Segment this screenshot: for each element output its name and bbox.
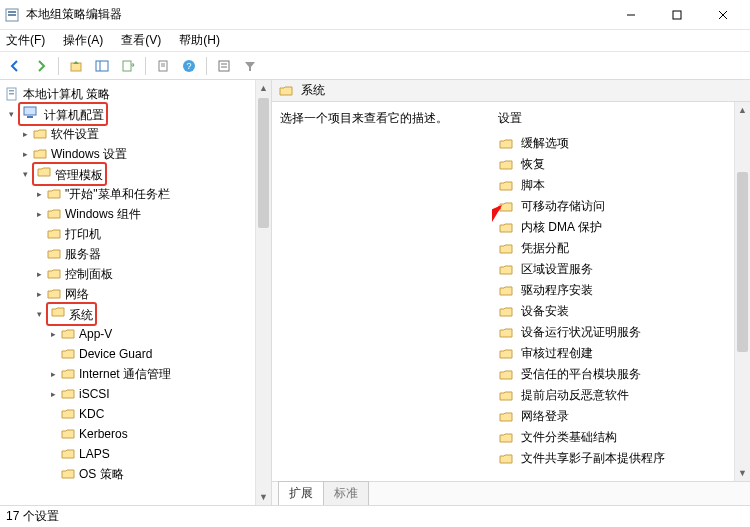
list-item[interactable]: 区域设置服务 xyxy=(492,259,750,280)
settings-list[interactable]: 设置 缓解选项恢复脚本可移动存储访问内核 DMA 保护凭据分配区域设置服务驱动程… xyxy=(492,102,750,481)
expand-icon[interactable]: ▸ xyxy=(32,189,46,199)
tree-label: LAPS xyxy=(79,447,110,461)
scroll-up-icon[interactable]: ▲ xyxy=(735,102,750,118)
export-button[interactable] xyxy=(117,55,139,77)
computer-icon xyxy=(22,104,38,120)
folder-icon xyxy=(60,446,76,462)
maximize-button[interactable] xyxy=(654,0,700,30)
tree-windows-components[interactable]: ▸Windows 组件 xyxy=(4,204,271,224)
expand-icon[interactable]: ▸ xyxy=(32,209,46,219)
scroll-thumb[interactable] xyxy=(258,98,269,228)
collapse-icon[interactable]: ▾ xyxy=(4,109,18,119)
tab-extended[interactable]: 扩展 xyxy=(278,481,324,505)
list-item[interactable]: 内核 DMA 保护 xyxy=(492,217,750,238)
list-item[interactable]: 驱动程序安装 xyxy=(492,280,750,301)
tree-scrollbar[interactable]: ▲ ▼ xyxy=(255,80,271,505)
folder-open-icon xyxy=(50,304,66,320)
toolbar: ? xyxy=(0,52,750,80)
menu-file[interactable]: 文件(F) xyxy=(4,31,47,50)
menu-bar: 文件(F) 操作(A) 查看(V) 帮助(H) xyxy=(0,30,750,52)
tree-label: "开始"菜单和任务栏 xyxy=(65,186,170,203)
tree-kerberos[interactable]: Kerberos xyxy=(4,424,271,444)
tree-app-v[interactable]: ▸App-V xyxy=(4,324,271,344)
list-item[interactable]: 设备安装 xyxy=(492,301,750,322)
tree-windows-settings[interactable]: ▸Windows 设置 xyxy=(4,144,271,164)
list-item-label: 提前启动反恶意软件 xyxy=(521,387,629,404)
scroll-up-icon[interactable]: ▲ xyxy=(256,80,271,96)
tree-os-policy[interactable]: OS 策略 xyxy=(4,464,271,484)
collapse-icon[interactable]: ▾ xyxy=(18,169,32,179)
content-title: 系统 xyxy=(301,82,325,99)
tree-pane[interactable]: 本地计算机 策略 ▾ 计算机配置 xyxy=(0,80,272,505)
up-button[interactable] xyxy=(65,55,87,77)
folder-icon xyxy=(498,220,514,236)
tree-kdc[interactable]: KDC xyxy=(4,404,271,424)
minimize-button[interactable] xyxy=(608,0,654,30)
list-scrollbar[interactable]: ▲ ▼ xyxy=(734,102,750,481)
scroll-down-icon[interactable]: ▼ xyxy=(256,489,271,505)
tree-system[interactable]: ▾系统 xyxy=(4,304,271,324)
filter-options-button[interactable] xyxy=(213,55,235,77)
tree-server[interactable]: 服务器 xyxy=(4,244,271,264)
list-item[interactable]: 受信任的平台模块服务 xyxy=(492,364,750,385)
list-item[interactable]: 凭据分配 xyxy=(492,238,750,259)
expand-icon[interactable]: ▸ xyxy=(32,289,46,299)
tree-start-taskbar[interactable]: ▸"开始"菜单和任务栏 xyxy=(4,184,271,204)
tab-standard[interactable]: 标准 xyxy=(323,481,369,505)
tree-label: Device Guard xyxy=(79,347,152,361)
folder-icon xyxy=(46,286,62,302)
tree-network[interactable]: ▸网络 xyxy=(4,284,271,304)
show-hide-tree-button[interactable] xyxy=(91,55,113,77)
list-item[interactable]: 文件分类基础结构 xyxy=(492,427,750,448)
main-split: 本地计算机 策略 ▾ 计算机配置 xyxy=(0,80,750,505)
forward-button[interactable] xyxy=(30,55,52,77)
app-icon xyxy=(4,7,20,23)
policy-tree[interactable]: 本地计算机 策略 ▾ 计算机配置 xyxy=(4,84,271,484)
menu-action[interactable]: 操作(A) xyxy=(61,31,105,50)
filter-button[interactable] xyxy=(239,55,261,77)
folder-icon xyxy=(278,83,294,99)
scroll-thumb[interactable] xyxy=(737,172,748,352)
list-item[interactable]: 审核过程创建 xyxy=(492,343,750,364)
list-item[interactable]: 设备运行状况证明服务 xyxy=(492,322,750,343)
expand-icon[interactable]: ▸ xyxy=(18,129,32,139)
scroll-down-icon[interactable]: ▼ xyxy=(735,465,750,481)
back-button[interactable] xyxy=(4,55,26,77)
properties-button[interactable] xyxy=(152,55,174,77)
tree-laps[interactable]: LAPS xyxy=(4,444,271,464)
folder-icon xyxy=(46,186,62,202)
list-item[interactable]: 可移动存储访问 xyxy=(492,196,750,217)
menu-help[interactable]: 帮助(H) xyxy=(177,31,222,50)
list-item[interactable]: 网络登录 xyxy=(492,406,750,427)
collapse-icon[interactable]: ▾ xyxy=(32,309,46,319)
tree-label: 打印机 xyxy=(65,226,101,243)
list-item[interactable]: 提前启动反恶意软件 xyxy=(492,385,750,406)
close-button[interactable] xyxy=(700,0,746,30)
tree-root[interactable]: 本地计算机 策略 xyxy=(4,84,271,104)
menu-view[interactable]: 查看(V) xyxy=(119,31,163,50)
folder-icon xyxy=(498,262,514,278)
tree-printers[interactable]: 打印机 xyxy=(4,224,271,244)
tree-iscsi[interactable]: ▸iSCSI xyxy=(4,384,271,404)
svg-rect-4 xyxy=(673,11,681,19)
tree-admin-templates[interactable]: ▾管理模板 xyxy=(4,164,271,184)
expand-icon[interactable]: ▸ xyxy=(18,149,32,159)
expand-icon[interactable]: ▸ xyxy=(32,269,46,279)
expand-icon[interactable]: ▸ xyxy=(46,329,60,339)
folder-icon xyxy=(498,367,514,383)
folder-icon xyxy=(498,388,514,404)
list-item[interactable]: 文件共享影子副本提供程序 xyxy=(492,448,750,469)
list-item[interactable]: 脚本 xyxy=(492,175,750,196)
list-item[interactable]: 缓解选项 xyxy=(492,133,750,154)
tree-control-panel[interactable]: ▸控制面板 xyxy=(4,264,271,284)
description-text: 选择一个项目来查看它的描述。 xyxy=(280,111,448,125)
svg-rect-8 xyxy=(96,61,108,71)
expand-icon[interactable]: ▸ xyxy=(46,369,60,379)
tree-computer-config[interactable]: ▾ 计算机配置 xyxy=(4,104,271,124)
list-item[interactable]: 恢复 xyxy=(492,154,750,175)
tree-internet-comm[interactable]: ▸Internet 通信管理 xyxy=(4,364,271,384)
help-button[interactable]: ? xyxy=(178,55,200,77)
expand-icon[interactable]: ▸ xyxy=(46,389,60,399)
tree-device-guard[interactable]: Device Guard xyxy=(4,344,271,364)
tree-software-settings[interactable]: ▸软件设置 xyxy=(4,124,271,144)
